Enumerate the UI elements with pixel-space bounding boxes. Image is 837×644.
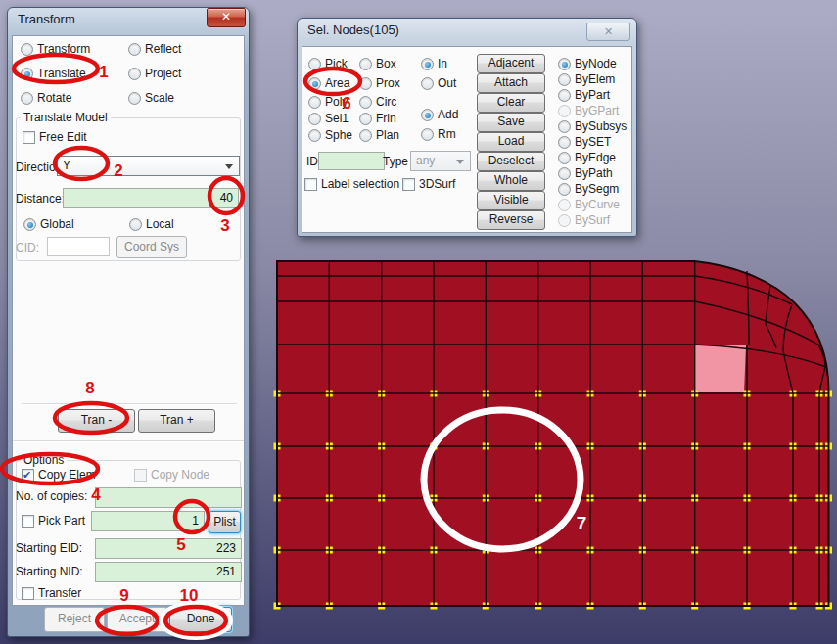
label-selection-checkbox[interactable]: Label selection	[304, 177, 399, 191]
tran-plus-button[interactable]: Tran +	[138, 409, 215, 433]
adjacent-button[interactable]: Adjacent	[477, 54, 545, 73]
rm-radio[interactable]: Rm	[421, 127, 456, 141]
by-radio-bysegm[interactable]: BySegm	[558, 182, 619, 196]
pick-mode-radio-sphe[interactable]: Sphe	[308, 128, 352, 142]
pick-mode-radio-poly[interactable]: Poly	[308, 95, 348, 109]
sel-nodes-window: Sel. Nodes(105) ✕ Pick Area Poly Sel1 Sp…	[297, 18, 637, 237]
byedge-label: ByEdge	[575, 151, 616, 164]
transfer-checkbox[interactable]: Transfer	[22, 586, 81, 600]
free-edit-checkbox[interactable]: Free Edit	[23, 130, 87, 144]
out-radio[interactable]: Out	[421, 76, 456, 90]
transform-window: Transform ✕ Transform Reflect Translate …	[7, 7, 250, 637]
3dsurf-checkbox[interactable]: 3DSurf	[402, 177, 455, 191]
id-field[interactable]	[318, 152, 385, 170]
by-radio-byelem[interactable]: ByElem	[558, 72, 615, 86]
mode-radio-project-label: Project	[145, 67, 181, 80]
close-icon[interactable]: ✕	[207, 8, 246, 27]
in-radio[interactable]: In	[421, 57, 447, 70]
mode-radio-reflect-label: Reflect	[145, 42, 181, 56]
accept-button[interactable]: Accept	[107, 607, 167, 632]
mode-radio-scale[interactable]: Scale	[128, 91, 174, 105]
bysurf-label: BySurf	[575, 213, 610, 227]
plist-button[interactable]: Plist	[209, 511, 241, 533]
transform-panel: Transform Reflect Translate Project Rota…	[12, 35, 245, 606]
direction-dropdown[interactable]: Y	[57, 156, 240, 176]
starting-nid-label: Starting NID:	[16, 565, 83, 578]
load-button[interactable]: Load	[477, 132, 545, 152]
mode-radio-translate-label: Translate	[37, 67, 86, 80]
id-label: ID	[306, 155, 318, 168]
tran-minus-button[interactable]: Tran -	[58, 409, 135, 433]
bynode-label: ByNode	[575, 57, 617, 70]
by-radio-bysubsys[interactable]: BySubsys	[558, 119, 627, 133]
pick-mode-radio-frin[interactable]: Frin	[359, 112, 396, 125]
local-radio[interactable]: Local	[129, 217, 174, 231]
copy-node-checkbox[interactable]: Copy Node	[134, 468, 209, 482]
bysubsys-label: BySubsys	[575, 119, 627, 133]
attach-button[interactable]: Attach	[477, 73, 545, 93]
whole-button[interactable]: Whole	[477, 171, 545, 191]
in-label: In	[438, 57, 447, 70]
starting-nid-field[interactable]: 251	[95, 562, 242, 582]
pick-mode-radio-circ[interactable]: Circ	[359, 95, 396, 109]
add-radio[interactable]: Add	[421, 108, 458, 121]
by-radio-byedge[interactable]: ByEdge	[558, 151, 616, 164]
mode-radio-transform-label: Transform	[37, 42, 90, 56]
visible-button[interactable]: Visible	[477, 191, 545, 210]
circ-label: Circ	[376, 95, 396, 109]
mode-radio-transform[interactable]: Transform	[21, 42, 90, 56]
by-radio-bynode[interactable]: ByNode	[558, 57, 617, 70]
deselect-button[interactable]: Deselect	[477, 152, 545, 171]
pick-label: Pick	[325, 57, 348, 70]
type-dropdown[interactable]: any	[410, 151, 471, 171]
pick-part-checkbox[interactable]: Pick Part	[22, 514, 85, 528]
distance-field[interactable]: 40	[63, 188, 239, 208]
global-label: Global	[40, 217, 74, 231]
copy-elem-label: Copy Elem	[38, 468, 96, 482]
copy-elem-checkbox[interactable]: Copy Elem	[22, 468, 96, 482]
by-radio-bysurf[interactable]: BySurf	[558, 213, 610, 227]
pick-mode-radio-area[interactable]: Area	[308, 76, 349, 90]
pick-mode-radio-prox[interactable]: Prox	[359, 76, 400, 90]
mode-radio-rotate[interactable]: Rotate	[21, 91, 71, 105]
byelem-label: ByElem	[575, 72, 615, 86]
close-icon[interactable]: ✕	[586, 23, 630, 41]
cid-input[interactable]	[47, 237, 110, 256]
app-stage: Transform ✕ Transform Reflect Translate …	[0, 0, 837, 644]
by-radio-bygpart[interactable]: ByGPart	[558, 104, 619, 117]
clear-button[interactable]: Clear	[477, 93, 545, 113]
chevron-down-icon	[456, 160, 464, 164]
pick-part-label: Pick Part	[38, 514, 85, 528]
sel1-label: Sel1	[325, 112, 349, 125]
by-radio-byset[interactable]: BySET	[558, 135, 611, 149]
by-radio-bypart[interactable]: ByPart	[558, 88, 610, 102]
reverse-button[interactable]: Reverse	[477, 210, 545, 230]
save-button[interactable]: Save	[477, 113, 545, 132]
mode-radio-project[interactable]: Project	[128, 67, 181, 80]
type-value: any	[416, 154, 435, 167]
pick-mode-radio-pick[interactable]: Pick	[308, 57, 348, 70]
coord-sys-button[interactable]: Coord Sys	[116, 236, 187, 258]
pick-mode-radio-sel1[interactable]: Sel1	[308, 112, 349, 125]
poly-label: Poly	[325, 95, 348, 109]
prox-label: Prox	[376, 76, 400, 90]
by-radio-bycurve[interactable]: ByCurve	[558, 198, 620, 211]
by-radio-bypath[interactable]: ByPath	[558, 166, 613, 180]
reject-button[interactable]: Reject	[44, 607, 105, 632]
no-of-copies-field[interactable]	[95, 487, 242, 508]
chevron-down-icon	[225, 164, 233, 169]
done-button[interactable]: Done	[169, 607, 232, 632]
copy-node-label: Copy Node	[151, 468, 209, 482]
starting-eid-field[interactable]: 223	[95, 538, 242, 559]
bypath-label: ByPath	[575, 166, 613, 180]
free-edit-label: Free Edit	[39, 130, 87, 144]
pick-mode-radio-plan[interactable]: Plan	[359, 128, 399, 142]
mode-radio-reflect[interactable]: Reflect	[128, 42, 181, 56]
pick-mode-radio-box[interactable]: Box	[359, 57, 396, 70]
mode-radio-scale-label: Scale	[145, 91, 174, 105]
global-radio[interactable]: Global	[23, 217, 74, 231]
pick-part-field[interactable]: 1	[91, 511, 205, 531]
mode-radio-translate[interactable]: Translate	[21, 67, 86, 80]
area-label: Area	[325, 76, 349, 90]
byset-label: BySET	[575, 135, 611, 149]
